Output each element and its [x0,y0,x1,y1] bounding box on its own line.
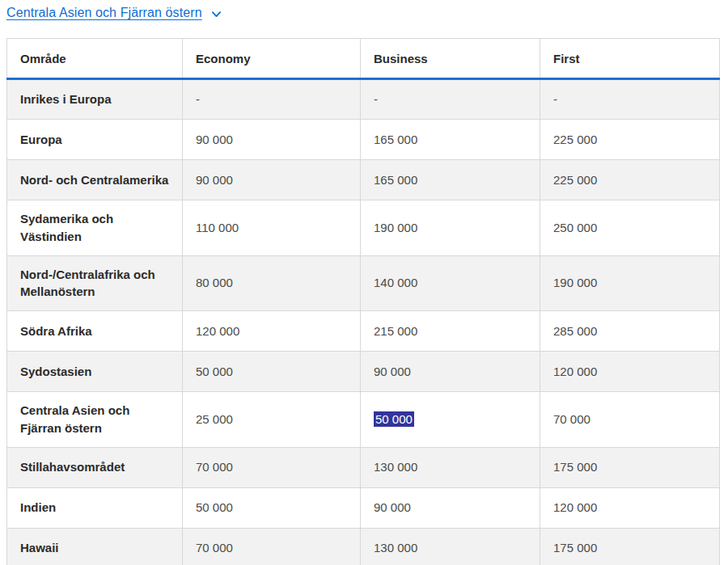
economy-cell: 25 000 [183,392,361,448]
table-row: Nord-/Centralafrika och Mellanöstern 80 … [7,255,720,311]
economy-cell: 50 000 [183,352,361,392]
area-cell: Sydamerika och Västindien [7,200,183,256]
first-value: - [553,92,557,106]
first-value: 225 000 [553,173,597,187]
area-cell: Centrala Asien och Fjärran östern [7,392,183,448]
first-cell: - [540,79,720,120]
business-cell: 140 000 [361,255,540,311]
table-header-row: Område Economy Business First [7,39,720,79]
economy-cell: - [183,79,361,120]
area-label: Inrikes i Europa [20,92,112,106]
area-cell: Nord- och Centralamerika [7,160,183,200]
business-value: 90 000 [374,365,411,378]
first-cell: 70 000 [540,392,720,448]
first-value: 120 000 [553,500,597,514]
business-value: 165 000 [374,173,417,187]
area-label: Hawaii [20,541,59,554]
area-cell: Europa [7,120,183,160]
first-cell: 190 000 [540,255,720,311]
business-value: 90 000 [374,500,411,514]
column-header-business: Business [361,39,540,79]
business-cell: 130 000 [361,528,540,565]
first-value: 120 000 [553,365,597,378]
column-header-omrade: Område [7,39,183,79]
chevron-down-icon[interactable] [211,9,222,19]
business-value: 165 000 [374,133,417,146]
first-cell: 120 000 [540,487,720,528]
first-cell: 225 000 [540,160,720,200]
table-row: Nord- och Centralamerika 90 000 165 000 … [7,160,720,200]
economy-value: 110 000 [196,221,239,234]
first-value: 70 000 [553,412,590,426]
area-cell: Sydostasien [7,352,183,392]
region-dropdown[interactable]: Centrala Asien och Fjärran östern [6,4,222,22]
economy-value: 50 000 [196,500,233,514]
region-dropdown-link[interactable]: Centrala Asien och Fjärran östern [6,6,202,20]
first-value: 250 000 [553,221,597,234]
economy-cell: 90 000 [183,120,361,160]
area-cell: Nord-/Centralafrika och Mellanöstern [7,255,183,311]
economy-cell: 70 000 [183,528,361,565]
economy-value: 90 000 [196,173,233,187]
business-value: - [374,92,378,106]
business-value: 215 000 [374,324,417,338]
area-label: Nord- och Centralamerika [20,173,168,187]
first-cell: 285 000 [540,311,720,352]
table-body: Inrikes i Europa - - - Europa 90 000 165… [7,79,720,565]
economy-value: 120 000 [196,324,239,338]
area-label: Sydamerika och Västindien [20,212,113,243]
first-value: 175 000 [553,460,597,474]
area-label: Nord-/Centralafrika och Mellanöstern [20,268,155,299]
area-cell: Inrikes i Europa [7,79,183,120]
table-row: Centrala Asien och Fjärran östern 25 000… [7,392,720,448]
table-row: Inrikes i Europa - - - [7,79,720,120]
area-label: Sydostasien [20,365,91,378]
column-header-economy: Economy [183,39,361,79]
economy-value: 50 000 [196,365,233,378]
area-label: Södra Afrika [20,324,92,338]
area-cell: Indien [7,487,183,528]
business-cell: 165 000 [361,160,540,200]
first-cell: 175 000 [540,528,720,565]
business-cell: 190 000 [361,200,540,256]
business-cell: 90 000 [361,352,540,392]
table-row: Europa 90 000 165 000 225 000 [7,120,720,160]
area-cell: Hawaii [7,528,183,565]
economy-value: 90 000 [196,133,233,146]
table-row: Sydostasien 50 000 90 000 120 000 [7,352,720,392]
first-value: 225 000 [553,133,597,146]
business-value: 140 000 [374,276,417,289]
business-cell: 90 000 [361,487,540,528]
table-row: Sydamerika och Västindien 110 000 190 00… [7,200,720,256]
column-header-first: First [540,39,720,79]
area-cell: Södra Afrika [7,311,183,352]
business-cell: 130 000 [361,447,540,487]
first-cell: 225 000 [540,120,720,160]
first-value: 175 000 [553,541,597,554]
area-label: Stillahavsområdet [20,460,125,474]
award-points-table: Område Economy Business First Inrikes i … [6,38,720,565]
first-cell: 120 000 [540,352,720,392]
business-value: 190 000 [374,221,417,234]
economy-cell: 80 000 [183,255,361,311]
first-cell: 175 000 [540,447,720,487]
table-row: Södra Afrika 120 000 215 000 285 000 [7,311,720,352]
economy-cell: 120 000 [183,311,361,352]
business-value: 50 000 [374,411,414,427]
business-cell: - [361,79,540,120]
business-cell: 50 000 [361,392,540,448]
table-row: Indien 50 000 90 000 120 000 [7,487,720,528]
table-row: Hawaii 70 000 130 000 175 000 [7,528,720,565]
first-value: 190 000 [553,276,597,289]
economy-value: 80 000 [196,276,233,289]
economy-cell: 70 000 [183,447,361,487]
area-label: Europa [20,133,62,146]
economy-value: 70 000 [196,460,233,474]
economy-cell: 90 000 [183,160,361,200]
business-value: 130 000 [374,541,417,554]
economy-value: 25 000 [196,412,233,426]
business-value: 130 000 [374,460,417,474]
table-row: Stillahavsområdet 70 000 130 000 175 000 [7,447,720,487]
economy-cell: 50 000 [183,487,361,528]
area-cell: Stillahavsområdet [7,447,183,487]
